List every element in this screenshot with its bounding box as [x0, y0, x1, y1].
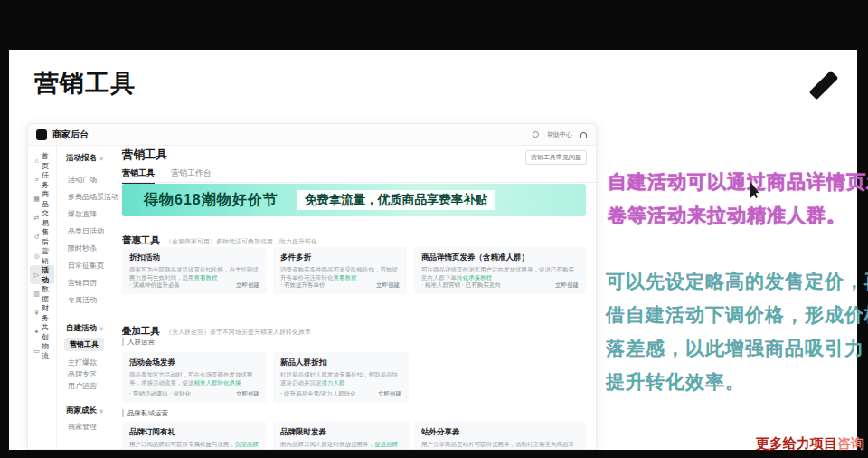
help-center-link[interactable]: 帮助中心 — [547, 130, 572, 139]
footer-promo-text: 更多给力项目咨询 — [756, 435, 864, 453]
app-brand: 商家后台 — [52, 129, 89, 141]
secondary-item-1[interactable]: 活动广场 — [68, 175, 97, 185]
create-now-link[interactable]: 立即创建 — [236, 281, 259, 290]
tool-card-pdp-coupon[interactable]: 商品详情页发券（含精准人群） 可在商品详情页向浏览用户定向发放优惠券，促进已有购… — [414, 247, 586, 294]
nav-group-self-built[interactable]: 自建活动∨ — [66, 323, 103, 334]
section-title-universal-tools: 普惠工具（全量商家可用）多种玩法可叠加使用，助力提升转化 — [122, 231, 317, 247]
create-now-link[interactable]: 立即创建 — [378, 390, 401, 398]
letterbox-bottom — [9, 450, 857, 458]
nav-group-activity-signup[interactable]: 活动报名∨ — [66, 153, 103, 164]
tool-card-brand-subscribe[interactable]: 品牌订阅有礼 用户订阅品牌后可获得专属权益与优惠，沉淀品牌私域人群 — [122, 422, 267, 450]
tool-card-title: 站外分享券 — [421, 427, 579, 438]
secondary-item-3[interactable]: 爆款直降 — [68, 209, 97, 219]
aftersale-icon: ↺ — [33, 234, 40, 241]
tool-card-discount[interactable]: 折扣活动 商家可为全部商品灵活设置折扣价格，自主控制优惠力度与生效时间，适用查看… — [122, 247, 267, 294]
sidebar-item-data[interactable]: ▥数据 — [30, 284, 54, 303]
annotation-paragraph-2: 可以先设定略高的发售定价，再 借自建活动下调价格，形成价格 落差感，以此增强商品… — [606, 264, 868, 398]
promo-banner[interactable]: 得物618潮物好价节 免费拿流量，优质商品享费率补贴 — [122, 184, 586, 216]
secondary-item-12[interactable]: 用户运营 — [68, 381, 97, 391]
tool-card-offsite-share-coupon[interactable]: 站外分享券 用户分享商品至站外可获得优惠券，借助社交裂变为商品带来更多曝光与转化 — [414, 422, 586, 450]
tabs-divider — [118, 182, 596, 183]
section-title-stacking-tools: 叠加工具（含人群运营）基于不同场景提升精准人群转化效果 — [122, 321, 311, 338]
pencil-icon — [809, 71, 839, 100]
secondary-item-8[interactable]: 专属活动 — [68, 295, 97, 305]
tool-card-tag: · 精准人群营销 · 已有购买意向 — [421, 281, 501, 290]
secondary-item-6[interactable]: 日常征集页 — [68, 261, 104, 271]
logistics-icon: ▭ — [33, 348, 40, 355]
secondary-item-5[interactable]: 限时秒杀 — [68, 243, 97, 253]
tool-card-desc: 商品参加官方活动时，可在会场页额外发放优惠券，承接活动流量，促进精准人群转化承接 — [129, 371, 259, 386]
task-icon: ≡ — [33, 177, 40, 183]
goods-icon: ▦ — [33, 196, 40, 203]
tool-card-desc-link[interactable]: 查看教程 — [194, 274, 218, 281]
primary-sidebar: ⌂首页 ≡任务 ▦商品 ⇄交易 ↺售后 ◎营销 ▷活动 ▥数据 ¥财务 ✦共创 … — [28, 146, 57, 449]
home-icon: ⌂ — [33, 157, 40, 164]
tool-card-desc: 消费者购买多件商品可享受阶梯折扣，有效提升客单价与连带转化查看教程 — [280, 266, 400, 281]
cocreate-icon: ✦ — [33, 329, 40, 336]
sidebar-item-marketing[interactable]: ◎营销 — [30, 246, 54, 265]
secondary-item-13[interactable]: 商家管理 — [68, 422, 97, 432]
tool-card-desc: 可在商品详情页向浏览用户定向发放优惠券，促进已有购买意向人群下单转化承接教程 — [421, 266, 579, 281]
annotation-paragraph-1: 自建活动可以通过商品详情页发 卷等活动来拉动精准人群。 — [608, 165, 868, 232]
tool-card-desc: 商家可为全部商品灵活设置折扣价格，自主控制优惠力度与生效时间，适用查看教程 — [129, 266, 259, 281]
letterbox-top — [0, 0, 868, 50]
banner-title: 得物618潮物好价节 — [144, 191, 278, 210]
activity-icon: ▷ — [33, 272, 40, 279]
tool-card-brand-timed-coupon[interactable]: 品牌限时发券 面向品牌订阅人群定时发放优惠券，促进品牌复购转化 — [273, 422, 410, 450]
create-now-link[interactable]: 立即创建 — [555, 281, 579, 290]
secondary-item-marketing-tools[interactable]: 营销工具 — [64, 338, 104, 351]
tool-card-title: 多件多折 — [280, 253, 400, 263]
sidebar-item-aftersale[interactable]: ↺售后 — [30, 227, 54, 246]
footer-promo-highlight: 更多给力项目 — [756, 435, 837, 451]
tool-card-multibuy[interactable]: 多件多折 消费者购买多件商品可享受阶梯折扣，有效提升客单价与连带转化查看教程 ·… — [273, 247, 407, 294]
divider-brand-private: 品牌私域运营 — [122, 409, 168, 417]
page-title: 营销工具 — [34, 67, 136, 100]
dewu-logo-icon — [36, 129, 47, 140]
sidebar-item-goods[interactable]: ▦商品 — [30, 189, 54, 208]
divider-crowd-operation: 人群运营 — [122, 338, 155, 346]
sidebar-item-cocreate[interactable]: ✦共创 — [30, 322, 54, 341]
secondary-item-2[interactable]: 多商品场景活动 — [68, 192, 118, 202]
sidebar-item-activity[interactable]: ▷活动 — [30, 265, 54, 284]
main-content: 营销工具 营销工具常见问题 营销工具 营销工作台 得物618潮物好价节 免费拿流… — [118, 146, 596, 449]
tool-card-title: 折扣活动 — [129, 253, 259, 263]
sidebar-item-logistics[interactable]: ▭物流 — [30, 341, 54, 360]
merchant-backend-window: 商家后台 帮助中心 ⌂首页 ≡任务 ▦商品 ⇄交易 ↺售后 ◎营销 ▷活动 ▥数… — [27, 123, 597, 450]
bell-icon[interactable] — [580, 132, 587, 138]
sidebar-item-tasks[interactable]: ≡任务 — [30, 170, 54, 189]
sidebar-item-finance[interactable]: ¥财务 — [30, 303, 54, 322]
faq-button[interactable]: 营销工具常见问题 — [525, 150, 587, 165]
secondary-item-4[interactable]: 品类日活动 — [68, 226, 104, 236]
tool-card-title: 品牌限时发券 — [280, 427, 403, 438]
tool-card-tag: · 满减神价提升必备 — [129, 281, 180, 290]
letterbox-left — [0, 50, 9, 458]
chevron-down-icon: ∨ — [99, 156, 103, 161]
data-icon: ▥ — [33, 291, 40, 298]
finance-icon: ¥ — [33, 310, 40, 316]
chevron-down-icon: ∨ — [99, 408, 103, 414]
banner-highlight: 免费拿流量，优质商品享费率补贴 — [297, 190, 496, 210]
secondary-item-10[interactable]: 主打爆款 — [68, 358, 97, 367]
tool-card-tag: · 提升新品全量/潜力人群转化 — [280, 390, 356, 398]
trade-icon: ⇄ — [33, 215, 40, 222]
tool-card-desc-link[interactable]: 潜力人群 — [322, 379, 345, 386]
tool-card-tag: · 有效提升客单价 — [280, 281, 325, 290]
tool-card-newproduct-discount[interactable]: 新品人群折扣 针对新品偏好人群发放专属折扣，帮助新品快速冷启动并沉淀潜力人群 ·… — [273, 352, 409, 403]
tool-card-desc-link[interactable]: 精准人群转化承接 — [194, 379, 241, 386]
tab-marketing-workbench[interactable]: 营销工作台 — [171, 167, 212, 179]
chevron-down-icon: ∨ — [99, 326, 103, 331]
create-now-link[interactable]: 立即创建 — [376, 281, 400, 290]
tool-card-desc-link[interactable]: 转化承接教程 — [457, 274, 492, 281]
sidebar-item-trade[interactable]: ⇄交易 — [30, 208, 54, 227]
nav-group-merchant-growth[interactable]: 商家成长∨ — [66, 406, 103, 416]
secondary-item-11[interactable]: 品牌专区 — [68, 369, 97, 379]
sidebar-item-home[interactable]: ⌂首页 — [30, 151, 54, 170]
create-now-link[interactable]: 立即创建 — [236, 390, 259, 398]
tool-card-title: 品牌订阅有礼 — [129, 427, 259, 438]
secondary-sidebar: 活动报名∨ 活动广场 多商品场景活动 爆款直降 品类日活动 限时秒杀 日常征集页… — [57, 146, 118, 449]
tool-card-desc-link[interactable]: 查看教程 — [334, 274, 357, 281]
tool-card-desc: 用户分享商品至站外可获得优惠券，借助社交裂变为商品带来更多曝光与转化 — [421, 441, 579, 450]
tool-card-venue-coupon[interactable]: 活动会场发券 商品参加官方活动时，可在会场页额外发放优惠券，承接活动流量，促进精… — [122, 352, 267, 403]
tool-card-desc: 面向品牌订阅人群定时发放优惠券，促进品牌复购转化 — [280, 441, 403, 450]
secondary-item-7[interactable]: 营销日历 — [68, 278, 97, 288]
